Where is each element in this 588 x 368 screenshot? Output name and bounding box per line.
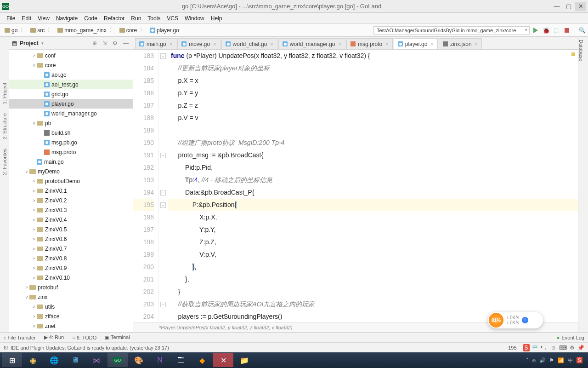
tree-item[interactable]: aoi_test.go (9, 80, 133, 89)
taskbar-vs[interactable]: ⋈ (86, 353, 107, 367)
tree-item[interactable]: >ZinxV0.5 (9, 224, 133, 234)
tray-up-icon[interactable]: ˄ (526, 357, 529, 363)
stop-icon[interactable] (565, 28, 569, 33)
editor-tab[interactable]: msg.proto× (346, 38, 393, 49)
bottom-tool-button[interactable]: ▣ Terminal (105, 334, 130, 340)
editor-tab[interactable]: world_chat.go× (221, 38, 277, 49)
tree-item[interactable]: >ZinxV0.8 (9, 253, 133, 263)
tree-item[interactable]: aoi.go (9, 70, 133, 80)
editor-tab[interactable]: zinx.json× (439, 38, 482, 49)
taskbar-goland[interactable]: GO (107, 353, 128, 367)
taskbar-app[interactable]: 🗔 (171, 353, 191, 367)
menu-tools[interactable]: Tools (145, 14, 163, 23)
menu-edit[interactable]: Edit (19, 14, 34, 23)
fold-toggle-icon[interactable]: − (160, 190, 166, 196)
tree-item[interactable]: vzinx (9, 292, 133, 302)
run-config-selector[interactable]: TestAOIManagerSuroundGridsByGid in mmo_g… (373, 26, 530, 34)
chevron-down-icon[interactable]: ▾ (41, 41, 44, 46)
taskbar-pdf[interactable]: ◆ (192, 353, 212, 367)
menu-refactor[interactable]: Refactor (101, 14, 127, 23)
warning-stripe[interactable] (571, 52, 575, 56)
taskbar-paint[interactable]: 🎨 (129, 353, 149, 367)
scroll-from-source-icon[interactable]: ⊕ (92, 40, 97, 46)
breadcrumb-item[interactable]: core〉 (118, 26, 147, 34)
tree-item[interactable]: player.go (9, 99, 133, 109)
menu-help[interactable]: Help (208, 14, 225, 23)
fold-toggle-icon[interactable]: − (160, 153, 166, 158)
editor-tab[interactable]: player.go× (394, 38, 438, 49)
ime-lang-icon[interactable]: 中 (532, 344, 538, 351)
tray-ime-icon[interactable]: 中 (568, 357, 573, 364)
breadcrumb-item[interactable]: player.go (148, 27, 181, 34)
coverage-icon[interactable]: ⬚ (554, 27, 560, 34)
tree-item[interactable]: build.sh (9, 128, 133, 138)
close-tab-icon[interactable]: × (475, 41, 478, 47)
close-tab-icon[interactable]: × (270, 41, 273, 47)
taskbar-onenote[interactable]: N (150, 353, 170, 367)
close-tab-icon[interactable]: × (385, 41, 388, 47)
system-tray[interactable]: ˄ ⎋ 🔊 ⚑ 📶 中 S (526, 357, 586, 364)
taskbar-explorer[interactable]: 📁 (234, 353, 254, 367)
tree-item[interactable]: >ZinxV0.2 (9, 196, 133, 205)
tree-item[interactable]: >ziface (9, 311, 133, 321)
tree-item[interactable]: >ZinxV0.3 (9, 205, 133, 215)
collapse-icon[interactable]: ⇲ (102, 40, 107, 46)
breadcrumb-item[interactable]: go〉 (3, 26, 28, 34)
tree-item[interactable]: >protobuf (9, 282, 133, 292)
start-button[interactable]: ⊞ (2, 353, 22, 367)
tree-item[interactable]: >ZinxV0.10 (9, 273, 133, 282)
menu-file[interactable]: File (4, 14, 18, 23)
widget-plus-icon[interactable]: + (522, 317, 528, 323)
fold-toggle-icon[interactable]: − (160, 53, 166, 59)
minimize-button[interactable]: — (551, 2, 562, 11)
toolwindow-button[interactable]: 1: Project (2, 83, 7, 104)
tree-item[interactable]: world_manager.go (9, 109, 133, 118)
bottom-tool-button[interactable]: ↕ File Transfer (4, 335, 36, 340)
close-button[interactable]: ✕ (575, 2, 586, 11)
breadcrumb-item[interactable]: src〉 (28, 26, 55, 34)
fold-gutter[interactable]: −−−−− (159, 50, 168, 322)
breadcrumb-item[interactable]: mmo_game_zinx〉 (56, 26, 116, 34)
menu-window[interactable]: Window (182, 14, 207, 23)
code-editor[interactable]: 1831841851861871881891901911921931941951… (133, 50, 578, 322)
search-icon[interactable]: 🔍 (579, 27, 585, 34)
tray-network-icon[interactable]: 📶 (558, 357, 564, 363)
tree-item[interactable]: >conf (9, 51, 133, 60)
tree-item[interactable]: vcore (9, 60, 133, 70)
close-tab-icon[interactable]: × (430, 41, 433, 47)
tree-item[interactable]: >ZinxV0.4 (9, 215, 133, 224)
menu-vcs[interactable]: VCS (164, 14, 181, 23)
bottom-tool-button[interactable]: ▶ 4: Run (44, 334, 64, 340)
hide-icon[interactable]: — (123, 40, 129, 46)
network-monitor-widget[interactable]: 81% ↑0K/s ↓0K/s + (488, 312, 543, 328)
debug-icon[interactable]: 🐞 (543, 27, 549, 34)
menu-run[interactable]: Run (128, 14, 144, 23)
gear-icon[interactable]: ⚙ (113, 40, 118, 46)
tray-sogou-icon[interactable]: S (577, 357, 582, 363)
maximize-button[interactable]: ▢ (563, 2, 574, 11)
bottom-tool-button[interactable]: ≡ 6: TODO (72, 335, 96, 340)
fold-toggle-icon[interactable]: − (160, 302, 166, 307)
tree-item[interactable]: vznet (9, 321, 133, 331)
taskbar-app[interactable]: 🖥 (65, 353, 85, 367)
caret-position[interactable]: 195 (508, 345, 516, 351)
fold-toggle-icon[interactable]: − (160, 202, 166, 208)
tree-item[interactable]: >utils (9, 302, 133, 311)
ime-icon[interactable]: S (523, 344, 530, 351)
toolwindow-button[interactable]: 2: Structure (2, 113, 7, 139)
tray-icon[interactable]: ⎋ (532, 357, 536, 363)
tray-volume-icon[interactable]: 🔊 (539, 357, 546, 363)
emoji-icon[interactable]: ☺ (551, 345, 556, 351)
tree-item[interactable]: >ZinxV0.7 (9, 244, 133, 253)
tree-item[interactable]: >ZinxV0.9 (9, 263, 133, 273)
tree-item[interactable]: >protobufDemo (9, 176, 133, 186)
taskbar-chrome[interactable]: 🌐 (44, 353, 64, 367)
tree-item[interactable]: msg.pb.go (9, 138, 133, 147)
tree-item[interactable]: grid.go (9, 89, 133, 99)
code-lines[interactable]: func (p *Player) UnpdatePos(x float32, y… (168, 50, 578, 322)
toolwindow-button[interactable]: 2: Favorites (2, 149, 7, 175)
close-tab-icon[interactable]: × (170, 41, 172, 47)
taskbar-xmind[interactable]: ✕ (213, 353, 233, 367)
run-icon[interactable] (533, 28, 538, 33)
gear-icon[interactable]: ⚙ (570, 345, 575, 351)
